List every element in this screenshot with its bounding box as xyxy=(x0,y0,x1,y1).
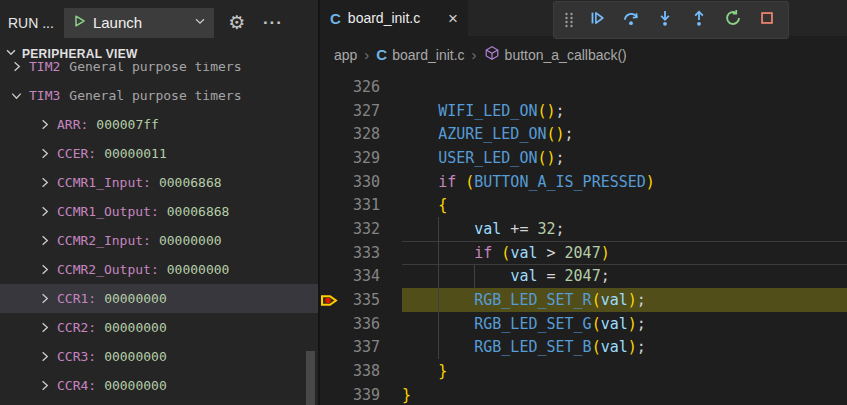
step-out-button[interactable] xyxy=(684,5,714,35)
continue-button[interactable] xyxy=(582,5,612,35)
gutter[interactable]: 328 xyxy=(320,122,402,146)
gutter[interactable]: 327 xyxy=(320,99,402,123)
code-token: ( xyxy=(465,173,474,191)
code-token: ; xyxy=(601,267,610,285)
chevron-right-icon[interactable] xyxy=(8,62,24,75)
code-token: BUTTON_A_IS_PRESSED xyxy=(474,173,646,191)
chevron-right-icon[interactable] xyxy=(36,233,52,249)
code-token: > xyxy=(537,244,564,262)
debug-breakpoint-arrow-icon[interactable] xyxy=(320,292,342,308)
gutter[interactable]: 334 xyxy=(320,265,402,289)
gutter[interactable]: 335 xyxy=(320,288,402,312)
drag-handle-icon[interactable] xyxy=(560,5,578,35)
gutter[interactable]: 339 xyxy=(320,383,402,405)
tab-board-init-c[interactable]: C board_init.c × xyxy=(320,0,468,36)
code-token: val xyxy=(601,338,628,356)
code-token: ) xyxy=(601,244,610,262)
step-into-button[interactable] xyxy=(650,5,680,35)
breadcrumb-file[interactable]: C board_init.c xyxy=(376,46,464,63)
tree-row-CCMR1_Output[interactable]: CCMR1_Output:00006868 xyxy=(0,197,318,226)
gutter[interactable]: 326 xyxy=(320,75,402,99)
line-content xyxy=(402,75,847,99)
register-value: 00006868 xyxy=(159,175,222,190)
code-token: RGB_LED_SET_B xyxy=(474,338,591,356)
gutter[interactable]: 337 xyxy=(320,336,402,360)
code-token: = xyxy=(537,267,564,285)
code-token: ( xyxy=(592,338,601,356)
close-icon[interactable]: × xyxy=(448,10,458,27)
code-token: if xyxy=(474,244,492,262)
tree-row-CCER[interactable]: CCER:00000011 xyxy=(0,139,318,168)
code-token xyxy=(402,267,510,285)
gutter-spacer xyxy=(320,339,342,355)
stop-button[interactable] xyxy=(752,5,782,35)
line-number: 336 xyxy=(342,315,380,333)
breadcrumb-symbol[interactable]: button_a_callback() xyxy=(484,45,627,64)
line-content: RGB_LED_SET_B(val); xyxy=(402,336,847,360)
tree-row-CCR4[interactable]: CCR4:00000000 xyxy=(0,371,318,400)
tree-row-CCMR2_Input[interactable]: CCMR2_Input:00000000 xyxy=(0,226,318,255)
gutter[interactable]: 330 xyxy=(320,170,402,194)
chevron-right-icon[interactable] xyxy=(36,320,52,336)
line-content: RGB_LED_SET_G(val); xyxy=(402,312,847,336)
breadcrumb-folder[interactable]: app xyxy=(334,47,357,63)
tab-bar: C board_init.c × xyxy=(320,0,847,36)
gutter[interactable]: 338 xyxy=(320,359,402,383)
line-content: { xyxy=(402,193,847,217)
line-number: 333 xyxy=(342,244,380,262)
code-line-339: 339} xyxy=(320,383,847,405)
tree-row-CCMR1_Input[interactable]: CCMR1_Input:00006868 xyxy=(0,168,318,197)
chevron-down-icon[interactable] xyxy=(8,88,24,104)
gutter[interactable]: 336 xyxy=(320,312,402,336)
line-content: USER_LED_ON(); xyxy=(402,146,847,170)
register-value: 00000011 xyxy=(104,146,167,161)
register-name: CCR2: xyxy=(57,320,96,335)
chevron-right-icon[interactable] xyxy=(36,378,52,394)
sidebar-scrollbar-thumb[interactable] xyxy=(306,351,315,405)
chevron-right-icon[interactable] xyxy=(36,117,52,133)
restart-button[interactable] xyxy=(718,5,748,35)
indent-guide xyxy=(474,265,475,289)
chevron-right-icon[interactable] xyxy=(36,146,52,162)
code-token xyxy=(402,362,438,380)
register-name: CCR3: xyxy=(57,349,96,364)
launch-config-select[interactable]: Launch xyxy=(64,8,214,38)
code-token xyxy=(492,244,501,262)
timer-name: TIM3 xyxy=(29,88,60,103)
chevron-right-icon[interactable] xyxy=(36,291,52,307)
tree-row-ARR[interactable]: ARR:000007ff xyxy=(0,110,318,139)
chevron-right-icon: › xyxy=(364,46,369,63)
code-token: ( xyxy=(592,315,601,333)
chevron-right-icon[interactable] xyxy=(36,204,52,220)
code-token xyxy=(456,173,465,191)
gutter-spacer xyxy=(320,363,342,379)
step-over-button[interactable] xyxy=(616,5,646,35)
chevron-right-icon[interactable] xyxy=(36,349,52,365)
gutter[interactable]: 332 xyxy=(320,217,402,241)
tree-row-CCR2[interactable]: CCR2:00000000 xyxy=(0,313,318,342)
code-editor[interactable]: 326327 WIFI_LED_ON();328 AZURE_LED_ON();… xyxy=(320,73,847,405)
line-content: RGB_LED_SET_R(val); xyxy=(402,288,847,312)
chevron-right-icon[interactable] xyxy=(36,262,52,278)
gutter[interactable]: 333 xyxy=(320,241,402,265)
tree-row-CCR3[interactable]: CCR3:00000000 xyxy=(0,342,318,371)
gear-icon[interactable]: ⚙ xyxy=(224,10,250,36)
tree-row-CCR1[interactable]: CCR1:00000000 xyxy=(0,284,318,313)
tree-row-TIM2[interactable]: TIM2General purpose timers xyxy=(0,62,318,81)
code-line-326: 326 xyxy=(320,75,847,99)
line-number: 330 xyxy=(342,173,380,191)
peripheral-view-header[interactable]: PERIPHERAL VIEW xyxy=(0,45,318,62)
gutter[interactable]: 329 xyxy=(320,146,402,170)
register-value: 00000000 xyxy=(104,291,167,306)
tree-row-CCMR2_Output[interactable]: CCMR2_Output:00000000 xyxy=(0,255,318,284)
register-name: CCR1: xyxy=(57,291,96,306)
gutter[interactable]: 331 xyxy=(320,193,402,217)
code-token: ; xyxy=(637,291,646,309)
more-actions-icon[interactable]: ··· xyxy=(260,10,286,36)
chevron-right-icon[interactable] xyxy=(36,175,52,191)
register-value: 00000000 xyxy=(104,349,167,364)
c-file-icon: C xyxy=(330,10,341,27)
gutter-spacer xyxy=(320,268,342,284)
step-over-icon xyxy=(622,9,640,31)
tree-row-TIM3[interactable]: TIM3General purpose timers xyxy=(0,81,318,110)
